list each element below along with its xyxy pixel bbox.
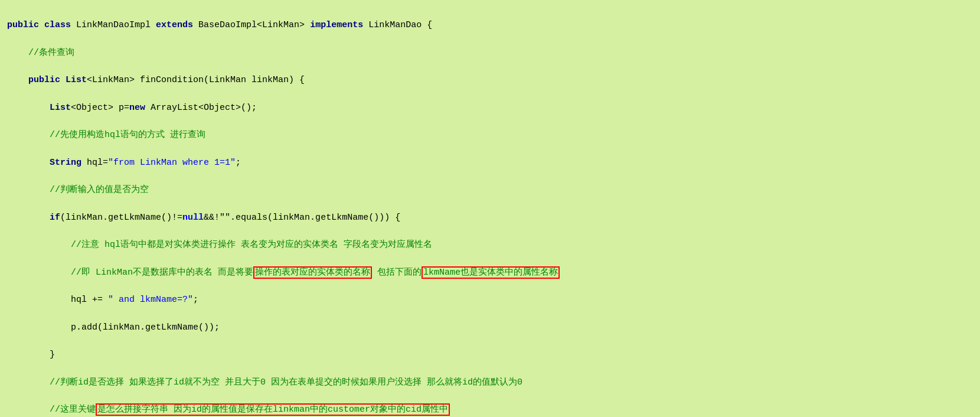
line-11: hql += " and lkmName=?"; bbox=[7, 293, 973, 307]
line-1: public class LinkManDaoImpl extends Base… bbox=[7, 18, 973, 32]
code-block: public class LinkManDaoImpl extends Base… bbox=[7, 5, 973, 417]
line-6: String hql="from LinkMan where 1=1"; bbox=[7, 156, 973, 170]
line-4: List<Object> p=new ArrayList<Object>(); bbox=[7, 101, 973, 115]
line-8: if(linkMan.getLkmName()!=null&&!"".equal… bbox=[7, 211, 973, 224]
line-3: public List<LinkMan> finCondition(LinkMa… bbox=[7, 73, 973, 87]
line-14: //判断id是否选择 如果选择了id就不为空 并且大于0 因为在表单提交的时候如… bbox=[7, 376, 973, 389]
line-12: p.add(linkMan.getLkmName()); bbox=[7, 321, 973, 334]
line-7: //判断输入的值是否为空 bbox=[7, 183, 973, 197]
line-10: //即 LinkMan不是数据库中的表名 而是将要操作的表对应的实体类的名称 包… bbox=[7, 266, 973, 279]
line-13: } bbox=[7, 348, 973, 361]
line-9: //注意 hql语句中都是对实体类进行操作 表名变为对应的实体类名 字段名变为对… bbox=[7, 238, 973, 252]
line-15: //这里关键是怎么拼接字符串 因为id的属性值是保存在linkman中的cust… bbox=[7, 403, 973, 416]
line-2: //条件查询 bbox=[7, 46, 973, 60]
line-5: //先使用构造hql语句的方式 进行查询 bbox=[7, 128, 973, 142]
